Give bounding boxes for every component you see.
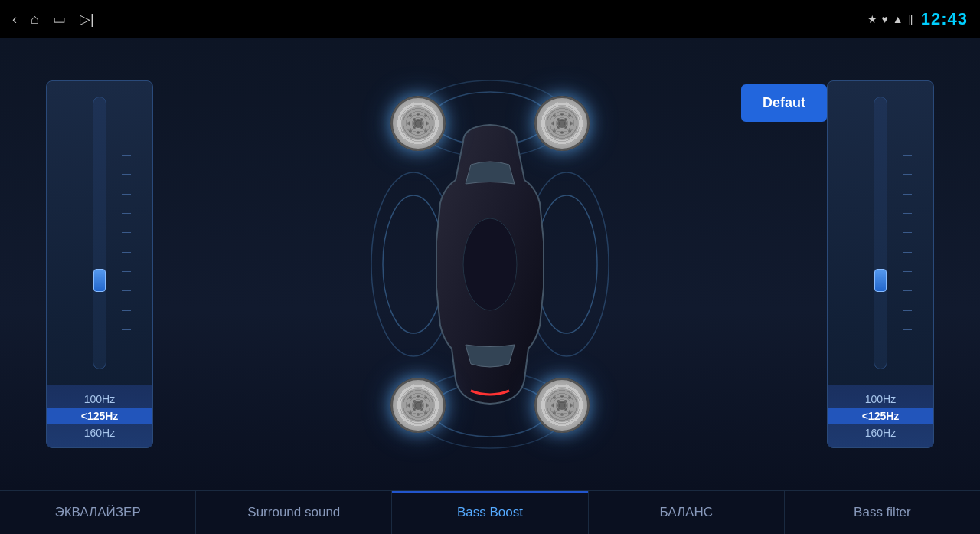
- right-slider-track[interactable]: [874, 97, 887, 369]
- speaker-top-right: [534, 96, 590, 151]
- svg-point-22: [413, 126, 416, 129]
- left-slider-track-area[interactable]: [47, 81, 152, 385]
- svg-point-58: [560, 395, 564, 398]
- tab-bassfilter[interactable]: Bass filter: [785, 491, 980, 534]
- svg-point-14: [424, 114, 427, 117]
- svg-point-46: [426, 404, 429, 407]
- back-button[interactable]: ‹: [12, 11, 17, 28]
- default-button[interactable]: Defaut: [741, 84, 827, 122]
- speaker-bottom-right: [534, 378, 590, 433]
- svg-point-29: [568, 114, 571, 117]
- svg-point-26: [557, 119, 567, 128]
- right-freq-125[interactable]: <125Hz: [828, 408, 933, 424]
- svg-point-13: [416, 113, 420, 116]
- left-slider-ticks: [122, 97, 137, 369]
- recents-button[interactable]: ▭: [53, 11, 66, 28]
- right-slider-ticks: [903, 97, 918, 369]
- svg-point-10: [401, 106, 435, 140]
- left-slider-track[interactable]: [93, 97, 106, 369]
- tab-surround[interactable]: Surround sound: [196, 491, 392, 534]
- battery-icon: ‖: [908, 13, 913, 25]
- svg-point-66: [564, 400, 567, 403]
- signal-icon: ♥: [882, 13, 888, 25]
- status-icons: ★ ♥ ▲ ‖: [867, 13, 913, 25]
- svg-point-9: [397, 102, 439, 145]
- right-slider-track-area[interactable]: [828, 81, 933, 385]
- svg-point-34: [568, 129, 571, 133]
- left-slider-panel[interactable]: 100Hz <125Hz 160Hz: [46, 80, 153, 448]
- speaker-bottom-left: [390, 378, 446, 433]
- svg-point-35: [557, 118, 560, 121]
- svg-point-60: [551, 404, 554, 407]
- main-content: 100Hz <125Hz 160Hz: [0, 38, 980, 490]
- right-freq-160[interactable]: 160Hz: [828, 424, 933, 441]
- svg-point-43: [416, 395, 420, 398]
- svg-point-20: [413, 118, 416, 121]
- svg-point-63: [560, 413, 564, 416]
- svg-point-59: [568, 396, 571, 399]
- svg-point-32: [553, 129, 556, 133]
- svg-point-36: [564, 118, 567, 121]
- svg-point-30: [551, 122, 554, 125]
- svg-point-17: [409, 129, 412, 133]
- svg-point-42: [409, 396, 412, 399]
- svg-point-61: [570, 404, 573, 407]
- svg-point-68: [564, 408, 567, 411]
- svg-point-45: [407, 404, 410, 407]
- svg-point-8: [463, 218, 517, 310]
- svg-point-27: [553, 114, 556, 117]
- svg-point-19: [424, 129, 427, 133]
- svg-point-23: [420, 126, 423, 129]
- svg-point-40: [401, 388, 435, 422]
- left-freq-100[interactable]: 100Hz: [47, 391, 152, 408]
- svg-point-39: [397, 384, 439, 427]
- media-button[interactable]: ▷|: [80, 11, 94, 28]
- svg-point-48: [416, 413, 420, 416]
- svg-point-31: [570, 122, 573, 125]
- clock: 12:43: [921, 9, 968, 29]
- svg-point-12: [409, 114, 412, 117]
- right-freq-100[interactable]: 100Hz: [828, 391, 933, 408]
- right-slider-panel[interactable]: 100Hz <125Hz 160Hz: [827, 80, 934, 448]
- svg-point-53: [420, 408, 423, 411]
- svg-point-47: [409, 411, 412, 414]
- left-slider-labels: 100Hz <125Hz 160Hz: [47, 385, 152, 447]
- left-slider-thumb[interactable]: [93, 269, 106, 292]
- tab-equalizer[interactable]: ЭКВАЛАЙЗЕР: [0, 491, 196, 534]
- svg-point-65: [557, 400, 560, 403]
- car-body-svg: [421, 119, 559, 410]
- car-visual: Defaut: [153, 54, 827, 475]
- home-button[interactable]: ⌂: [31, 11, 39, 28]
- right-slider-labels: 100Hz <125Hz 160Hz: [828, 385, 933, 447]
- tab-balance[interactable]: БАЛАНС: [589, 491, 785, 534]
- svg-point-41: [413, 401, 423, 410]
- car-container: [368, 73, 612, 456]
- svg-point-55: [545, 388, 579, 422]
- svg-point-57: [553, 396, 556, 399]
- left-freq-125[interactable]: <125Hz: [47, 408, 152, 424]
- svg-point-25: [545, 106, 579, 140]
- tab-bassboost[interactable]: Bass Boost: [392, 491, 588, 534]
- tab-bar: ЭКВАЛАЙЗЕР Surround sound Bass Boost БАЛ…: [0, 490, 980, 534]
- right-slider-thumb[interactable]: [874, 269, 887, 292]
- svg-point-15: [407, 122, 410, 125]
- svg-point-16: [426, 122, 429, 125]
- bluetooth-icon: ★: [867, 13, 877, 25]
- svg-point-21: [420, 118, 423, 121]
- svg-point-38: [564, 126, 567, 129]
- speaker-top-left: [390, 96, 446, 151]
- svg-point-49: [424, 411, 427, 414]
- svg-point-51: [420, 400, 423, 403]
- status-bar: ‹ ⌂ ▭ ▷| ★ ♥ ▲ ‖ 12:43: [0, 0, 980, 38]
- svg-point-28: [560, 113, 564, 116]
- svg-point-44: [424, 396, 427, 399]
- svg-point-37: [557, 126, 560, 129]
- svg-point-67: [557, 408, 560, 411]
- left-freq-160[interactable]: 160Hz: [47, 424, 152, 441]
- svg-point-24: [541, 102, 583, 145]
- svg-point-62: [553, 411, 556, 414]
- svg-point-56: [557, 401, 567, 410]
- svg-point-50: [413, 400, 416, 403]
- svg-point-52: [413, 408, 416, 411]
- nav-controls: ‹ ⌂ ▭ ▷|: [12, 11, 94, 28]
